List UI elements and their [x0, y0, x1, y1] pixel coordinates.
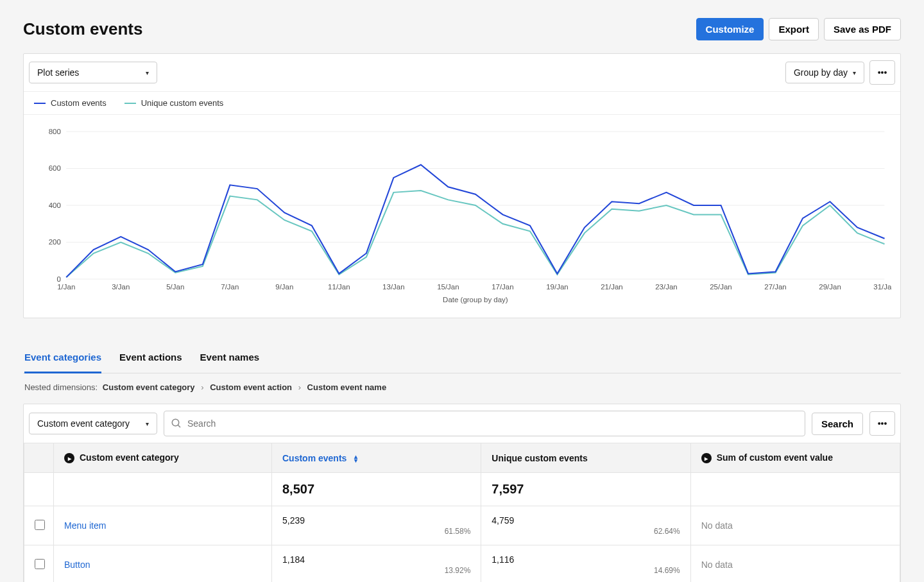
- cell-sum: No data: [690, 506, 900, 545]
- nested-dimensions-breadcrumb: Nested dimensions: Custom event category…: [23, 373, 901, 402]
- breadcrumb-item: Custom event name: [307, 382, 387, 392]
- legend-swatch: [34, 103, 46, 104]
- col-custom-events[interactable]: Custom events ▴▾: [272, 443, 481, 473]
- col-unique-events[interactable]: Unique custom events: [481, 443, 690, 473]
- chevron-down-icon: ▾: [146, 69, 149, 76]
- legend-label: Custom events: [51, 98, 107, 108]
- svg-text:200: 200: [49, 239, 61, 246]
- events-table: ▸Custom event category Custom events ▴▾ …: [24, 443, 900, 582]
- legend-swatch: [124, 103, 136, 104]
- cell-unique: 4,75962.64%: [481, 506, 690, 545]
- chevron-right-icon: ›: [298, 382, 301, 392]
- table-controls: Custom event category ▾ Search •••: [24, 404, 900, 443]
- search-icon: [171, 418, 182, 429]
- svg-text:23/Jan: 23/Jan: [655, 283, 678, 291]
- search-button[interactable]: Search: [812, 413, 863, 435]
- svg-point-27: [172, 419, 179, 426]
- chart-panel-toolbar: Plot series ▾ Group by day ▾ •••: [24, 54, 900, 92]
- svg-text:11/Jan: 11/Jan: [328, 283, 350, 291]
- chevron-down-icon: ▾: [853, 69, 856, 76]
- cell-sum: No data: [690, 545, 900, 582]
- header-actions: Customize Export Save as PDF: [696, 18, 901, 40]
- tab-event-names[interactable]: Event names: [200, 345, 260, 373]
- sort-icon: ▴▾: [354, 455, 357, 463]
- svg-text:31/Jan: 31/Jan: [873, 283, 891, 291]
- group-by-label: Group by day: [794, 67, 848, 78]
- svg-text:3/Jan: 3/Jan: [112, 283, 130, 291]
- chevron-down-icon: ▾: [146, 420, 149, 427]
- save-pdf-button[interactable]: Save as PDF: [824, 18, 901, 40]
- table-header-row: ▸Custom event category Custom events ▴▾ …: [24, 443, 900, 473]
- svg-text:600: 600: [49, 165, 61, 173]
- info-icon: ▸: [64, 453, 74, 463]
- plot-series-label: Plot series: [37, 67, 79, 78]
- col-category[interactable]: ▸Custom event category: [54, 443, 272, 473]
- svg-text:800: 800: [49, 128, 61, 135]
- category-link[interactable]: Menu item: [64, 520, 106, 531]
- col-label: Sum of custom event value: [717, 452, 833, 463]
- col-label: Custom events: [282, 453, 346, 463]
- svg-text:15/Jan: 15/Jan: [437, 283, 459, 291]
- svg-text:21/Jan: 21/Jan: [601, 283, 623, 291]
- dimension-select-label: Custom event category: [37, 418, 130, 429]
- svg-text:29/Jan: 29/Jan: [819, 283, 841, 291]
- chevron-right-icon: ›: [201, 382, 203, 392]
- row-checkbox[interactable]: [35, 559, 45, 569]
- totals-row: 8,507 7,597: [24, 473, 900, 506]
- export-button[interactable]: Export: [769, 18, 819, 40]
- cell-events: 5,23961.58%: [272, 506, 481, 545]
- group-by-select[interactable]: Group by day ▾: [785, 62, 864, 83]
- svg-text:400: 400: [49, 201, 61, 209]
- legend-label: Unique custom events: [141, 98, 224, 108]
- legend-item[interactable]: Custom events: [34, 98, 107, 108]
- svg-text:19/Jan: 19/Jan: [546, 283, 569, 291]
- tabs: Event categories Event actions Event nam…: [23, 345, 901, 373]
- page-title: Custom events: [23, 19, 142, 39]
- col-label: Unique custom events: [492, 453, 587, 463]
- total-unique: 7,597: [481, 473, 690, 506]
- row-checkbox[interactable]: [35, 520, 45, 530]
- tab-event-actions[interactable]: Event actions: [119, 345, 182, 373]
- col-label: Custom event category: [80, 452, 179, 463]
- svg-text:5/Jan: 5/Jan: [166, 283, 184, 291]
- category-link[interactable]: Button: [64, 560, 90, 570]
- svg-text:13/Jan: 13/Jan: [382, 283, 405, 291]
- chart-more-button[interactable]: •••: [869, 60, 895, 85]
- svg-text:Date (group by day): Date (group by day): [443, 296, 508, 304]
- info-icon: ▸: [701, 453, 712, 463]
- svg-text:0: 0: [57, 275, 61, 283]
- table-row: Menu item5,23961.58%4,75962.64%No data: [24, 506, 900, 545]
- total-sum: [690, 473, 900, 506]
- plot-series-select[interactable]: Plot series ▾: [29, 62, 157, 83]
- svg-text:9/Jan: 9/Jan: [275, 283, 293, 291]
- breadcrumb-item: Custom event category: [103, 382, 195, 392]
- svg-text:7/Jan: 7/Jan: [221, 283, 239, 291]
- svg-text:25/Jan: 25/Jan: [710, 283, 732, 291]
- breadcrumb-label: Nested dimensions:: [24, 382, 98, 392]
- svg-text:17/Jan: 17/Jan: [492, 283, 514, 291]
- line-chart: 02004006008001/Jan3/Jan5/Jan7/Jan9/Jan11…: [33, 125, 891, 311]
- svg-line-28: [178, 425, 180, 427]
- svg-text:27/Jan: 27/Jan: [764, 283, 787, 291]
- chart-panel: Plot series ▾ Group by day ▾ ••• Custom …: [23, 53, 901, 318]
- dimension-select[interactable]: Custom event category ▾: [29, 413, 157, 434]
- svg-text:1/Jan: 1/Jan: [57, 283, 75, 291]
- cell-events: 1,18413.92%: [272, 545, 481, 582]
- total-events: 8,507: [272, 473, 481, 506]
- search-input[interactable]: [187, 418, 798, 429]
- breadcrumb-item: Custom event action: [210, 382, 292, 392]
- table-more-button[interactable]: •••: [869, 411, 895, 436]
- chart-legend: Custom events Unique custom events: [24, 92, 900, 115]
- col-sum-value[interactable]: ▸Sum of custom event value: [690, 443, 900, 473]
- cell-unique: 1,11614.69%: [481, 545, 690, 582]
- table-row: Button1,18413.92%1,11614.69%No data: [24, 545, 900, 582]
- select-all-header: [24, 443, 54, 473]
- search-input-wrap[interactable]: [164, 411, 805, 436]
- table-panel: Custom event category ▾ Search •••: [23, 404, 901, 582]
- customize-button[interactable]: Customize: [696, 18, 764, 40]
- legend-item[interactable]: Unique custom events: [124, 98, 224, 108]
- more-icon: •••: [878, 67, 887, 78]
- more-icon: •••: [878, 418, 887, 429]
- tab-event-categories[interactable]: Event categories: [24, 345, 101, 373]
